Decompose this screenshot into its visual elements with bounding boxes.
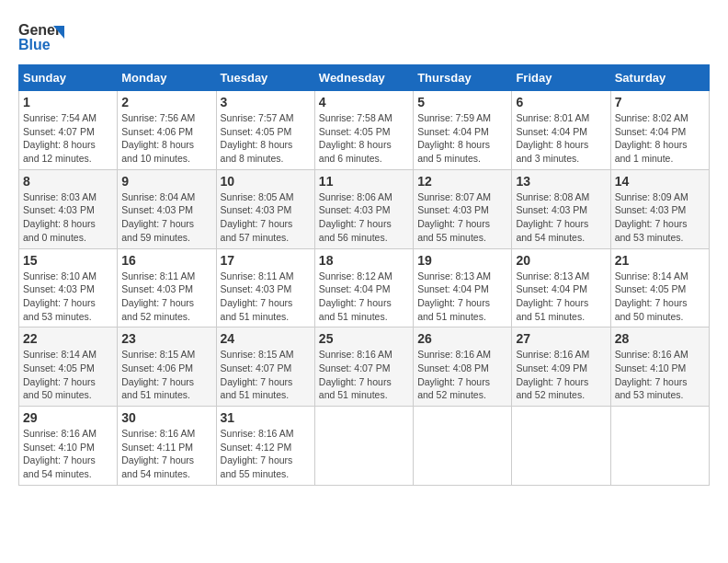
day-cell-13: 13 Sunrise: 8:08 AMSunset: 4:03 PMDaylig… <box>512 169 610 248</box>
day-detail: Sunrise: 8:16 AMSunset: 4:09 PMDaylight:… <box>516 349 589 400</box>
day-number: 6 <box>516 95 606 109</box>
day-number: 21 <box>615 253 705 268</box>
day-cell-17: 17 Sunrise: 8:11 AMSunset: 4:03 PMDaylig… <box>216 248 314 327</box>
day-number: 31 <box>221 410 311 425</box>
day-cell-11: 11 Sunrise: 8:06 AMSunset: 4:03 PMDaylig… <box>314 169 413 248</box>
day-number: 12 <box>417 174 507 189</box>
col-header-wednesday: Wednesday <box>314 65 413 91</box>
day-detail: Sunrise: 8:16 AMSunset: 4:10 PMDaylight:… <box>23 428 97 479</box>
day-detail: Sunrise: 8:15 AMSunset: 4:07 PMDaylight:… <box>221 349 294 400</box>
empty-cell <box>414 407 512 486</box>
day-detail: Sunrise: 8:02 AMSunset: 4:04 PMDaylight:… <box>615 112 688 164</box>
day-cell-2: 2 Sunrise: 7:56 AMSunset: 4:06 PMDayligh… <box>118 91 216 170</box>
calendar-header-row: SundayMondayTuesdayWednesdayThursdayFrid… <box>19 65 710 91</box>
day-cell-14: 14 Sunrise: 8:09 AMSunset: 4:03 PMDaylig… <box>610 169 709 248</box>
day-detail: Sunrise: 7:58 AMSunset: 4:05 PMDaylight:… <box>319 112 392 164</box>
day-detail: Sunrise: 8:09 AMSunset: 4:03 PMDaylight:… <box>615 191 688 243</box>
day-detail: Sunrise: 8:11 AMSunset: 4:03 PMDaylight:… <box>221 270 294 322</box>
day-number: 18 <box>319 253 409 268</box>
logo-icon: General Blue <box>18 18 64 57</box>
day-detail: Sunrise: 8:16 AMSunset: 4:07 PMDaylight:… <box>319 349 392 400</box>
day-number: 14 <box>615 174 705 189</box>
day-cell-4: 4 Sunrise: 7:58 AMSunset: 4:05 PMDayligh… <box>314 91 413 170</box>
day-detail: Sunrise: 7:56 AMSunset: 4:06 PMDaylight:… <box>121 112 195 164</box>
day-number: 8 <box>23 174 113 189</box>
day-number: 19 <box>417 253 507 268</box>
day-number: 7 <box>615 95 705 109</box>
day-detail: Sunrise: 8:07 AMSunset: 4:03 PMDaylight:… <box>417 191 491 243</box>
day-cell-27: 27 Sunrise: 8:16 AMSunset: 4:09 PMDaylig… <box>512 327 610 407</box>
col-header-friday: Friday <box>512 65 610 91</box>
day-number: 26 <box>417 331 507 346</box>
day-cell-10: 10 Sunrise: 8:05 AMSunset: 4:03 PMDaylig… <box>216 169 314 248</box>
day-number: 13 <box>516 174 606 189</box>
week-row-1: 1 Sunrise: 7:54 AMSunset: 4:07 PMDayligh… <box>19 91 710 170</box>
day-cell-25: 25 Sunrise: 8:16 AMSunset: 4:07 PMDaylig… <box>314 327 413 407</box>
day-cell-8: 8 Sunrise: 8:03 AMSunset: 4:03 PMDayligh… <box>19 169 118 248</box>
day-cell-30: 30 Sunrise: 8:16 AMSunset: 4:11 PMDaylig… <box>118 407 216 486</box>
day-cell-31: 31 Sunrise: 8:16 AMSunset: 4:12 PMDaylig… <box>216 407 314 486</box>
day-cell-15: 15 Sunrise: 8:10 AMSunset: 4:03 PMDaylig… <box>19 248 118 327</box>
day-detail: Sunrise: 8:13 AMSunset: 4:04 PMDaylight:… <box>516 270 589 322</box>
day-number: 16 <box>121 253 211 268</box>
calendar-table: SundayMondayTuesdayWednesdayThursdayFrid… <box>18 64 710 486</box>
col-header-sunday: Sunday <box>19 65 118 91</box>
day-detail: Sunrise: 8:16 AMSunset: 4:11 PMDaylight:… <box>121 428 195 479</box>
day-cell-21: 21 Sunrise: 8:14 AMSunset: 4:05 PMDaylig… <box>610 248 709 327</box>
day-detail: Sunrise: 8:10 AMSunset: 4:03 PMDaylight:… <box>23 270 97 322</box>
day-detail: Sunrise: 8:16 AMSunset: 4:12 PMDaylight:… <box>221 428 294 479</box>
day-detail: Sunrise: 7:59 AMSunset: 4:04 PMDaylight:… <box>417 112 491 164</box>
day-number: 28 <box>615 331 705 346</box>
day-cell-9: 9 Sunrise: 8:04 AMSunset: 4:03 PMDayligh… <box>118 169 216 248</box>
day-number: 11 <box>319 174 409 189</box>
day-number: 2 <box>121 95 211 109</box>
day-number: 30 <box>121 410 211 425</box>
day-cell-19: 19 Sunrise: 8:13 AMSunset: 4:04 PMDaylig… <box>414 248 512 327</box>
day-cell-24: 24 Sunrise: 8:15 AMSunset: 4:07 PMDaylig… <box>216 327 314 407</box>
day-detail: Sunrise: 8:05 AMSunset: 4:03 PMDaylight:… <box>221 191 294 243</box>
day-number: 17 <box>221 253 311 268</box>
day-detail: Sunrise: 8:06 AMSunset: 4:03 PMDaylight:… <box>319 191 392 243</box>
day-number: 5 <box>417 95 507 109</box>
day-detail: Sunrise: 8:11 AMSunset: 4:03 PMDaylight:… <box>121 270 195 322</box>
day-detail: Sunrise: 8:08 AMSunset: 4:03 PMDaylight:… <box>516 191 589 243</box>
day-number: 4 <box>319 95 409 109</box>
day-number: 22 <box>23 331 113 346</box>
day-detail: Sunrise: 8:14 AMSunset: 4:05 PMDaylight:… <box>23 349 97 400</box>
day-detail: Sunrise: 8:16 AMSunset: 4:10 PMDaylight:… <box>615 349 688 400</box>
week-row-3: 15 Sunrise: 8:10 AMSunset: 4:03 PMDaylig… <box>19 248 710 327</box>
calendar-body: 1 Sunrise: 7:54 AMSunset: 4:07 PMDayligh… <box>19 91 710 486</box>
day-cell-28: 28 Sunrise: 8:16 AMSunset: 4:10 PMDaylig… <box>610 327 709 407</box>
day-number: 23 <box>121 331 211 346</box>
day-cell-20: 20 Sunrise: 8:13 AMSunset: 4:04 PMDaylig… <box>512 248 610 327</box>
col-header-tuesday: Tuesday <box>216 65 314 91</box>
day-number: 27 <box>516 331 606 346</box>
day-detail: Sunrise: 8:12 AMSunset: 4:04 PMDaylight:… <box>319 270 392 322</box>
day-number: 25 <box>319 331 409 346</box>
header: General Blue <box>18 18 710 57</box>
day-detail: Sunrise: 8:16 AMSunset: 4:08 PMDaylight:… <box>417 349 491 400</box>
col-header-monday: Monday <box>118 65 216 91</box>
day-detail: Sunrise: 7:57 AMSunset: 4:05 PMDaylight:… <box>221 112 294 164</box>
day-number: 1 <box>23 95 113 109</box>
col-header-saturday: Saturday <box>610 65 709 91</box>
day-number: 20 <box>516 253 606 268</box>
day-detail: Sunrise: 8:14 AMSunset: 4:05 PMDaylight:… <box>615 270 688 322</box>
day-detail: Sunrise: 8:13 AMSunset: 4:04 PMDaylight:… <box>417 270 491 322</box>
col-header-thursday: Thursday <box>414 65 512 91</box>
day-cell-29: 29 Sunrise: 8:16 AMSunset: 4:10 PMDaylig… <box>19 407 118 486</box>
day-cell-18: 18 Sunrise: 8:12 AMSunset: 4:04 PMDaylig… <box>314 248 413 327</box>
day-cell-6: 6 Sunrise: 8:01 AMSunset: 4:04 PMDayligh… <box>512 91 610 170</box>
day-detail: Sunrise: 8:04 AMSunset: 4:03 PMDaylight:… <box>121 191 195 243</box>
week-row-2: 8 Sunrise: 8:03 AMSunset: 4:03 PMDayligh… <box>19 169 710 248</box>
day-cell-1: 1 Sunrise: 7:54 AMSunset: 4:07 PMDayligh… <box>19 91 118 170</box>
day-number: 15 <box>23 253 113 268</box>
day-cell-26: 26 Sunrise: 8:16 AMSunset: 4:08 PMDaylig… <box>414 327 512 407</box>
svg-text:Blue: Blue <box>18 37 51 52</box>
day-detail: Sunrise: 8:01 AMSunset: 4:04 PMDaylight:… <box>516 112 589 164</box>
day-cell-16: 16 Sunrise: 8:11 AMSunset: 4:03 PMDaylig… <box>118 248 216 327</box>
day-cell-23: 23 Sunrise: 8:15 AMSunset: 4:06 PMDaylig… <box>118 327 216 407</box>
empty-cell <box>610 407 709 486</box>
day-number: 24 <box>221 331 311 346</box>
week-row-4: 22 Sunrise: 8:14 AMSunset: 4:05 PMDaylig… <box>19 327 710 407</box>
